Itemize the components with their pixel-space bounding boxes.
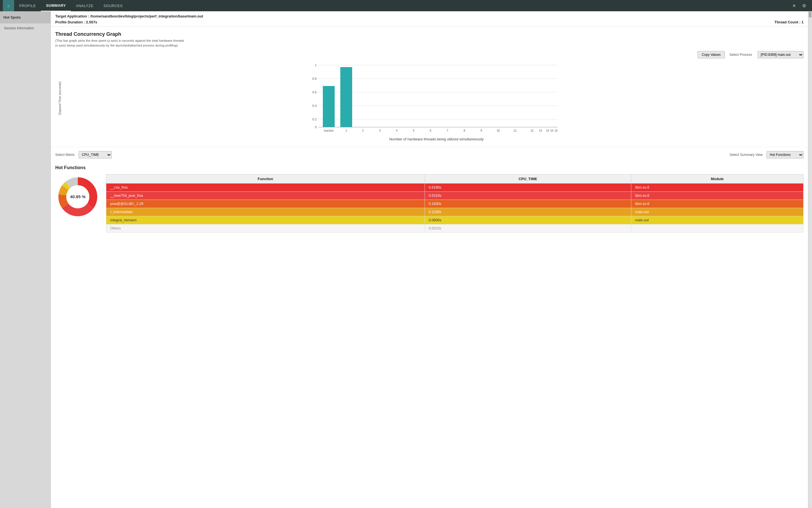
svg-text:0.2: 0.2	[312, 118, 316, 121]
profile-duration-label: Profile Duration :	[55, 20, 85, 24]
table-row[interactable]: __ieee754_pow_fma0.5310slibm.so.6	[106, 192, 804, 200]
select-process-dropdown-wrapper[interactable]: [PID:8389] main.out	[758, 51, 804, 58]
select-process-label: Select Process	[729, 53, 752, 57]
profile-duration-value: 2.557s	[86, 20, 97, 24]
table-row[interactable]: integral_riemann0.0600smain.out	[106, 216, 804, 224]
content-wrapper: Target Application : /home/sandbox/dev/b…	[51, 11, 812, 508]
thread-graph-svg: 1 0.8 0.6 0.4 0.2 0	[63, 61, 804, 134]
thread-graph-title: Thread Concurrency Graph	[55, 31, 804, 37]
main-layout: Hot Spots Session Information Target App…	[0, 11, 812, 508]
svg-text:6: 6	[430, 129, 431, 132]
hot-functions-title: Hot Functions	[55, 165, 804, 170]
right-scrollbar[interactable]	[808, 11, 812, 508]
metric-row: Select Metric CPU_TIME Select Summary Vi…	[51, 147, 808, 162]
y-axis-label: Elapsed Time (seconds)	[58, 81, 61, 115]
target-app: Target Application : /home/sandbox/dev/b…	[55, 14, 804, 18]
thread-concurrency-section: Thread Concurrency Graph (This bar graph…	[51, 27, 808, 147]
svg-text:4: 4	[396, 129, 397, 132]
main-content: Target Application : /home/sandbox/dev/b…	[51, 11, 808, 508]
cell-module: main.out	[631, 208, 803, 216]
cell-module: libm.so.6	[631, 192, 803, 200]
cell-cpu-time: 0.1200s	[425, 208, 631, 216]
svg-text:14: 14	[546, 129, 549, 132]
select-process-dropdown[interactable]: [PID:8389] main.out	[758, 51, 804, 58]
table-header: Function CPU_TIME Module	[106, 174, 804, 183]
metric-right: Select Summary View Hot Functions	[730, 151, 804, 159]
bar-1	[340, 67, 352, 127]
table-body: __cos_fma0.6180slibm.so.6__ieee754_pow_f…	[106, 183, 804, 232]
svg-text:15: 15	[550, 129, 553, 132]
svg-text:16: 16	[554, 129, 558, 132]
chart-inner: 1 0.8 0.6 0.4 0.2 0	[63, 61, 804, 135]
hot-functions-table: Function CPU_TIME Module __cos_fma0.6180…	[106, 174, 804, 232]
hf-layout: 40.85 % Function CPU_TIME Module __co	[55, 174, 804, 232]
cell-cpu-time: 0.5310s	[425, 192, 631, 200]
target-app-path: /home/sandbox/dev/blog/projects/perf_int…	[90, 14, 203, 18]
settings-icon[interactable]: ⚙	[799, 1, 809, 11]
select-summary-label: Select Summary View	[730, 153, 763, 157]
cell-function: __ieee754_pow_fma	[106, 192, 425, 200]
close-icon[interactable]: ✕	[789, 1, 799, 11]
nav-profile[interactable]: PROFILE	[14, 0, 41, 11]
thread-count: Thread Count : 1	[774, 20, 804, 24]
cell-module: libm.so.6	[631, 200, 803, 208]
cell-function: integral_riemann	[106, 216, 425, 224]
svg-text:0.6: 0.6	[312, 90, 316, 94]
svg-text:1: 1	[315, 64, 316, 67]
profile-duration: Profile Duration : 2.557s	[55, 20, 97, 24]
select-metric-label: Select Metric	[55, 153, 75, 157]
col-header-cpu-time: CPU_TIME	[425, 174, 631, 183]
content-header: Target Application : /home/sandbox/dev/b…	[51, 11, 808, 27]
x-axis-label: Number of hardware threads being utilize…	[58, 137, 804, 141]
col-header-module: Module	[631, 174, 803, 183]
svg-text:3: 3	[379, 129, 381, 132]
sidebar-item-session-information[interactable]: Session Information	[0, 24, 50, 33]
table-row[interactable]: __cos_fma0.6180slibm.so.6	[106, 183, 804, 192]
scrollbar-thumb[interactable]	[809, 12, 811, 17]
table-header-row: Function CPU_TIME Module	[106, 174, 804, 183]
select-metric-dropdown[interactable]: CPU_TIME	[79, 151, 112, 159]
cell-function: pow@@GLIBC_2.29	[106, 200, 425, 208]
svg-text:1: 1	[345, 129, 347, 132]
nav-summary[interactable]: SUMMARY	[41, 0, 71, 11]
sidebar: Hot Spots Session Information	[0, 11, 51, 508]
nav-analyze[interactable]: ANALYZE	[71, 0, 98, 11]
svg-text:10: 10	[497, 129, 500, 132]
svg-text:2: 2	[362, 129, 364, 132]
cell-cpu-time: 0.1830s	[425, 200, 631, 208]
select-summary-dropdown-wrapper[interactable]: Hot Functions	[767, 151, 804, 159]
copy-values-button[interactable]: Copy Values	[697, 51, 725, 58]
svg-text:Inactive: Inactive	[324, 129, 334, 132]
home-icon: ⌂	[7, 4, 10, 8]
target-app-label: Target Application :	[55, 14, 89, 18]
profile-row: Profile Duration : 2.557s Thread Count :…	[55, 20, 804, 24]
svg-text:13: 13	[539, 129, 542, 132]
thread-count-value: 1	[802, 20, 804, 24]
svg-text:0: 0	[315, 125, 316, 129]
select-metric-dropdown-wrapper[interactable]: CPU_TIME	[79, 151, 112, 159]
table-row[interactable]: f_intermediate0.1200smain.out	[106, 208, 804, 216]
svg-text:0.4: 0.4	[312, 104, 316, 108]
cell-module: libm.so.6	[631, 183, 803, 192]
metric-left: Select Metric CPU_TIME	[55, 151, 112, 159]
svg-text:9: 9	[480, 129, 482, 132]
cell-cpu-time: 0.0010s	[425, 224, 631, 232]
svg-text:11: 11	[513, 129, 517, 132]
cell-module: main.out	[631, 216, 803, 224]
table-row[interactable]: pow@@GLIBC_2.290.1830slibm.so.6	[106, 200, 804, 208]
select-summary-dropdown[interactable]: Hot Functions	[767, 151, 804, 159]
home-button[interactable]: ⌂	[3, 0, 14, 11]
chart-area: Elapsed Time (seconds) 1 0.8 0.6 0.4 0.2…	[55, 61, 804, 141]
nav-sources[interactable]: SOURCES	[98, 0, 128, 11]
chart-container: Elapsed Time (seconds) 1 0.8 0.6 0.4 0.2…	[58, 61, 804, 135]
cell-function: __cos_fma	[106, 183, 425, 192]
svg-text:0.8: 0.8	[312, 77, 316, 80]
donut-chart-container: 40.85 %	[55, 174, 100, 219]
thread-graph-subtitle: (This bar graph plots the time spent (y-…	[55, 38, 804, 48]
cell-cpu-time: 0.0600s	[425, 216, 631, 224]
svg-text:8: 8	[464, 129, 465, 132]
table-row[interactable]: Others0.0010s	[106, 224, 804, 232]
top-nav: ⌂ PROFILE SUMMARY ANALYZE SOURCES ✕ ⚙	[0, 0, 812, 11]
donut-label: 40.85 %	[70, 194, 85, 199]
sidebar-item-hot-spots[interactable]: Hot Spots	[0, 11, 50, 24]
